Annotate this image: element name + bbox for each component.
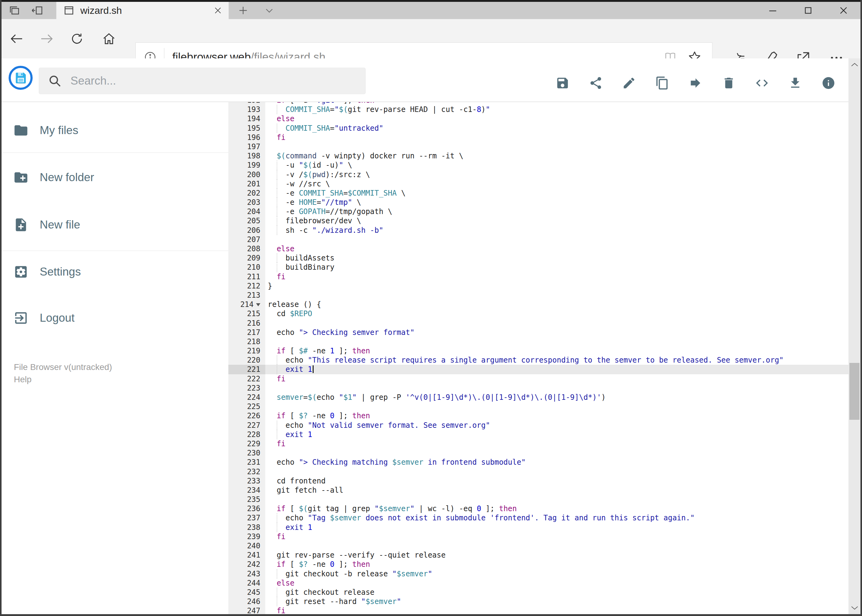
- browser-window: wizard.sh: [0, 0, 862, 616]
- code-line[interactable]: 203 -e HOME="//tmp" \: [229, 198, 848, 207]
- code-line[interactable]: 245 git checkout release: [229, 588, 848, 597]
- code-line[interactable]: 209 buildAssets: [229, 253, 848, 262]
- code-line[interactable]: 198 $(command -v winpty) docker run --rm…: [229, 151, 848, 160]
- code-line[interactable]: 237 echo "Tag $semver does not exist in …: [229, 513, 848, 523]
- refresh-button[interactable]: [68, 30, 85, 47]
- page-scrollbar[interactable]: [848, 58, 860, 614]
- app-logo[interactable]: [9, 66, 33, 90]
- code-line[interactable]: 214release () {: [229, 300, 848, 309]
- code-line[interactable]: 236 if [ $(git tag | grep "$semver" | wc…: [229, 504, 848, 513]
- code-line[interactable]: 212}: [229, 281, 848, 291]
- code-line[interactable]: 216: [229, 319, 848, 328]
- page-icon: [63, 5, 75, 16]
- delete-button[interactable]: [721, 75, 737, 91]
- code-line[interactable]: 208 else: [229, 244, 848, 253]
- code-line[interactable]: 205 filebrowser/dev \: [229, 216, 848, 225]
- new-tab-button[interactable]: [232, 2, 254, 19]
- code-line[interactable]: 222 fi: [229, 374, 848, 383]
- code-line[interactable]: 200 -v /$(pwd):/src:z \: [229, 170, 848, 179]
- code-text: exit 1: [265, 523, 312, 532]
- code-line[interactable]: 213: [229, 291, 848, 300]
- code-line[interactable]: 204 -e GOPATH=//tmp/gopath \: [229, 207, 848, 216]
- floppy-disk-icon: [13, 71, 28, 85]
- code-line[interactable]: 196 fi: [229, 133, 848, 142]
- home-button[interactable]: [100, 30, 118, 47]
- search-input[interactable]: [70, 74, 365, 88]
- info-button[interactable]: [821, 75, 837, 91]
- code-line[interactable]: 247 fi: [229, 606, 848, 614]
- minimize-button[interactable]: [760, 2, 786, 19]
- code-line[interactable]: 218: [229, 337, 848, 346]
- code-line[interactable]: 230: [229, 448, 848, 457]
- code-line[interactable]: 210 buildBinary: [229, 262, 848, 272]
- code-line[interactable]: 243 git checkout -b release "$semver": [229, 569, 848, 578]
- scroll-up-icon[interactable]: [848, 58, 860, 71]
- code-editor[interactable]: 192 if [ -d ".git" ]; then193 COMMIT_SHA…: [229, 102, 848, 614]
- code-view-button[interactable]: [754, 75, 770, 91]
- code-line[interactable]: 199 -u "$(id -u)" \: [229, 160, 848, 170]
- share-file-button[interactable]: [588, 75, 604, 91]
- edit-button[interactable]: [621, 75, 637, 91]
- sidebar-item-my-files[interactable]: My files: [2, 118, 229, 143]
- code-line[interactable]: 219 if [ $# -ne 1 ]; then: [229, 346, 848, 355]
- fold-arrow-icon[interactable]: [256, 303, 260, 306]
- tab-wizard-sh[interactable]: wizard.sh: [56, 2, 229, 19]
- close-tab-icon[interactable]: [213, 6, 222, 15]
- code-text: sh -c "./wizard.sh -b": [265, 226, 383, 235]
- code-line[interactable]: 215 cd $REPO: [229, 309, 848, 318]
- code-line[interactable]: 220 echo "This release script requires a…: [229, 355, 848, 365]
- code-line[interactable]: 231 echo "> Checking matching $semver in…: [229, 457, 848, 467]
- sidebar-item-new-folder[interactable]: New folder: [2, 165, 229, 190]
- code-line[interactable]: 233 cd frontend: [229, 476, 848, 486]
- code-line[interactable]: 229 fi: [229, 439, 848, 448]
- help-link[interactable]: Help: [14, 373, 112, 386]
- code-line[interactable]: 195 COMMIT_SHA="untracked": [229, 124, 848, 133]
- sidebar-item-logout[interactable]: Logout: [2, 305, 229, 331]
- back-button[interactable]: [8, 30, 25, 47]
- code-line[interactable]: 242 if [ $? -ne 0 ]; then: [229, 560, 848, 569]
- code-line[interactable]: 223: [229, 383, 848, 393]
- code-line[interactable]: 194 else: [229, 114, 848, 123]
- tab-list-button[interactable]: [258, 2, 280, 19]
- tab-preview-button[interactable]: [4, 2, 25, 19]
- code-line[interactable]: 221 exit 1: [229, 365, 848, 374]
- sidebar-item-settings[interactable]: Settings: [2, 259, 229, 285]
- code-line[interactable]: 226 if [ $? -ne 0 ]; then: [229, 411, 848, 420]
- maximize-button[interactable]: [795, 2, 821, 19]
- code-line[interactable]: 241 git rev-parse --verify --quiet relea…: [229, 550, 848, 560]
- download-button[interactable]: [787, 75, 803, 91]
- line-number: 232: [229, 467, 265, 476]
- code-line[interactable]: 211 fi: [229, 272, 848, 281]
- code-line[interactable]: 239 fi: [229, 532, 848, 541]
- code-line[interactable]: 207: [229, 235, 848, 244]
- copy-button[interactable]: [654, 75, 670, 91]
- code-line[interactable]: 192 if [ -d ".git" ]; then: [229, 102, 848, 105]
- code-line[interactable]: 228 exit 1: [229, 430, 848, 439]
- code-line[interactable]: 197: [229, 142, 848, 151]
- code-line[interactable]: 235: [229, 495, 848, 504]
- move-button[interactable]: [687, 75, 703, 91]
- save-button[interactable]: [555, 75, 570, 91]
- code-line[interactable]: 224 semver=$(echo "$1" | grep -P '^v(0|[…: [229, 393, 848, 402]
- search-box[interactable]: [39, 68, 366, 94]
- scrollbar-thumb[interactable]: [849, 363, 860, 420]
- code-line[interactable]: 227 echo "Not valid semver format. See s…: [229, 421, 848, 430]
- code-line[interactable]: 246 git reset --hard "$semver": [229, 597, 848, 606]
- code-line[interactable]: 206 sh -c "./wizard.sh -b": [229, 226, 848, 235]
- code-line[interactable]: 234 git fetch --all: [229, 486, 848, 495]
- sidebar-item-new-file[interactable]: New file: [2, 212, 229, 238]
- code-line[interactable]: 201 -w //src \: [229, 179, 848, 189]
- close-window-button[interactable]: [830, 2, 857, 19]
- code-line[interactable]: 244 else: [229, 578, 848, 588]
- code-line[interactable]: 232: [229, 467, 848, 476]
- code-line[interactable]: 238 exit 1: [229, 523, 848, 532]
- code-line[interactable]: 193 COMMIT_SHA="$(git rev-parse HEAD | c…: [229, 105, 848, 114]
- scroll-down-icon[interactable]: [848, 601, 860, 614]
- forward-button[interactable]: [38, 30, 55, 47]
- line-number: 234: [229, 486, 265, 495]
- set-tabs-aside-button[interactable]: [27, 2, 47, 19]
- code-line[interactable]: 217 echo "> Checking semver format": [229, 328, 848, 337]
- code-line[interactable]: 225: [229, 402, 848, 411]
- code-line[interactable]: 202 -e COMMIT_SHA=$COMMIT_SHA \: [229, 189, 848, 198]
- code-line[interactable]: 240: [229, 541, 848, 550]
